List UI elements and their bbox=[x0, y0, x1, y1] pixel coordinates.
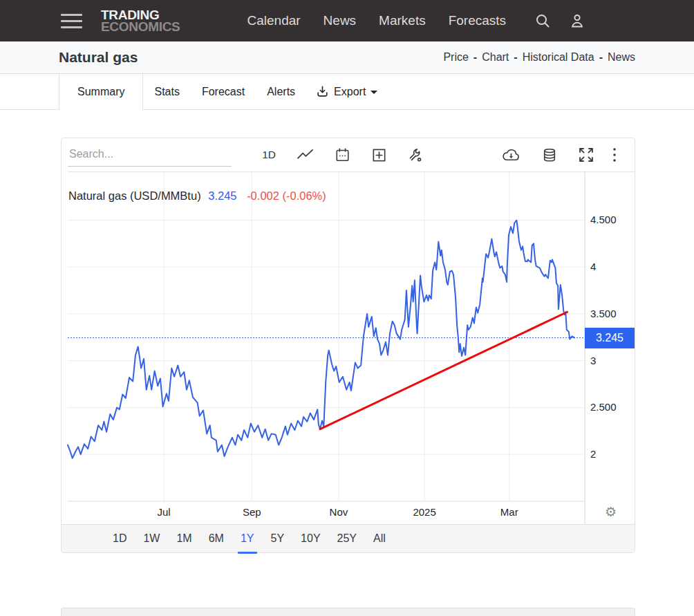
range-button-5y[interactable]: 5Y bbox=[263, 525, 293, 552]
chevron-down-icon bbox=[371, 91, 377, 94]
range-button-10y[interactable]: 10Y bbox=[292, 525, 328, 552]
instrument-header: Natural gas Price-Chart-Historical Data-… bbox=[0, 41, 694, 74]
subheader-link-chart[interactable]: Chart bbox=[482, 51, 509, 63]
date-range-calendar-icon[interactable] bbox=[335, 147, 350, 162]
link-separator: - bbox=[514, 51, 517, 63]
link-separator: - bbox=[599, 51, 603, 63]
compare-add-icon[interactable] bbox=[371, 147, 387, 163]
cloud-download-icon[interactable] bbox=[501, 147, 521, 163]
range-button-1m[interactable]: 1M bbox=[168, 525, 200, 552]
user-account-icon[interactable] bbox=[569, 12, 585, 29]
price-line-series bbox=[68, 221, 574, 458]
range-button-1y[interactable]: 1Y bbox=[232, 525, 263, 552]
link-separator: - bbox=[473, 51, 477, 63]
chart-legend: Natural gas (USD/MMBtu) 3.245 -0.002 (-0… bbox=[68, 189, 326, 203]
next-section-card-top bbox=[61, 608, 635, 616]
nav-links: CalendarNewsMarketsForecasts bbox=[247, 13, 506, 28]
nav-link-forecasts[interactable]: Forecasts bbox=[449, 13, 506, 28]
last-price-badge: 3.245 bbox=[585, 328, 635, 348]
nav-icons bbox=[534, 12, 585, 29]
top-navbar: TRADING ECONOMICS CalendarNewsMarketsFor… bbox=[0, 0, 694, 41]
chart-title: Natural gas (USD/MMBtu) bbox=[68, 189, 201, 202]
price-chart-svg bbox=[62, 171, 635, 524]
chart-area[interactable]: Natural gas (USD/MMBtu) 3.245 -0.002 (-0… bbox=[62, 171, 635, 524]
page-title: Natural gas bbox=[59, 49, 138, 66]
chart-toolbar: 1D bbox=[62, 138, 635, 171]
chart-settings-gear-icon[interactable]: ⚙ bbox=[605, 505, 617, 520]
search-icon[interactable] bbox=[534, 12, 551, 29]
more-options-kebab-icon[interactable] bbox=[612, 147, 617, 163]
range-button-1w[interactable]: 1W bbox=[135, 525, 168, 552]
range-button-25y[interactable]: 25Y bbox=[329, 525, 365, 552]
nav-link-markets[interactable]: Markets bbox=[379, 13, 426, 28]
subheader-links: Price-Chart-Historical Data-News bbox=[443, 51, 635, 64]
search-input[interactable] bbox=[68, 144, 232, 167]
site-logo[interactable]: TRADING ECONOMICS bbox=[101, 9, 180, 32]
subheader-link-news[interactable]: News bbox=[608, 51, 635, 63]
indicators-wrench-icon[interactable] bbox=[408, 147, 424, 163]
subheader-link-historical-data[interactable]: Historical Data bbox=[523, 51, 594, 63]
chart-type-line-icon[interactable] bbox=[297, 147, 314, 162]
export-dropdown-button[interactable]: Export bbox=[306, 74, 387, 109]
tab-stats[interactable]: Stats bbox=[143, 74, 190, 109]
tab-list: SummaryStatsForecastAlerts bbox=[59, 74, 306, 109]
tab-forecast[interactable]: Forecast bbox=[191, 74, 256, 109]
range-button-6m[interactable]: 6M bbox=[200, 525, 232, 552]
interval-selector-button[interactable]: 1D bbox=[262, 149, 276, 161]
download-icon bbox=[316, 85, 329, 98]
fullscreen-icon[interactable] bbox=[578, 147, 594, 163]
chart-card: 1D bbox=[61, 138, 635, 553]
trendline-annotation bbox=[320, 312, 568, 429]
logo-line-2: ECONOMICS bbox=[101, 21, 180, 32]
hamburger-menu-icon[interactable] bbox=[61, 10, 82, 32]
chart-price: 3.245 bbox=[208, 189, 236, 202]
tab-alerts[interactable]: Alerts bbox=[256, 74, 306, 109]
tab-summary[interactable]: Summary bbox=[59, 74, 143, 110]
nav-link-calendar[interactable]: Calendar bbox=[247, 13, 300, 28]
range-selector: 1D1W1M6M1Y5Y10Y25YAll bbox=[62, 524, 635, 552]
range-button-all[interactable]: All bbox=[365, 525, 394, 552]
export-label: Export bbox=[334, 86, 366, 98]
range-button-1d[interactable]: 1D bbox=[104, 525, 135, 552]
tab-bar: SummaryStatsForecastAlerts Export bbox=[0, 74, 694, 110]
data-database-icon[interactable] bbox=[542, 147, 557, 163]
subheader-link-price[interactable]: Price bbox=[443, 51, 468, 63]
nav-link-news[interactable]: News bbox=[323, 13, 357, 28]
chart-change: -0.002 (-0.06%) bbox=[247, 189, 326, 202]
